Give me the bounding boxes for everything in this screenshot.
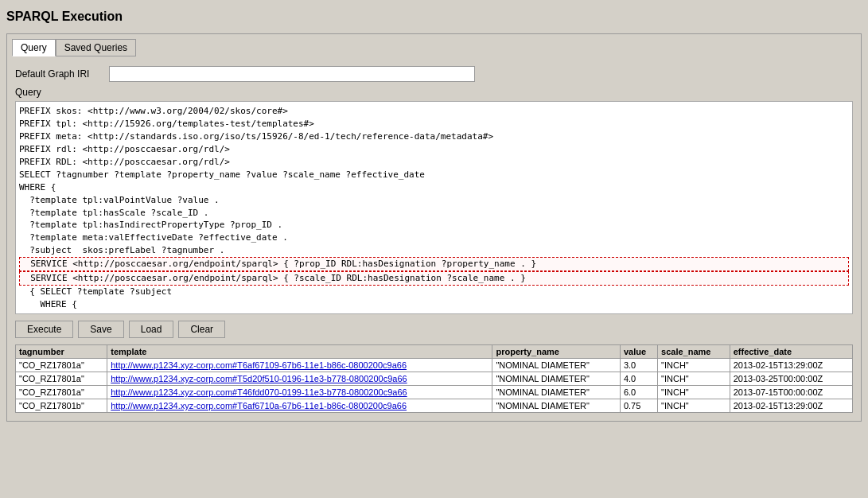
col-header-property-name: property_name: [492, 345, 620, 359]
query-line-1: PREFIX tpl: <http://15926.org/templates-…: [19, 118, 849, 130]
col-header-tagnumber: tagnumber: [16, 345, 107, 359]
query-line-11: ?subject skos:prefLabel ?tagnumber .: [19, 244, 849, 257]
execute-button[interactable]: Execute: [15, 321, 73, 338]
query-line-0: PREFIX skos: <http://www.w3.org/2004/02/…: [19, 105, 849, 118]
cell-tagnumber: "CO_RZ17801b": [16, 399, 107, 413]
query-textarea[interactable]: PREFIX skos: <http://www.w3.org/2004/02/…: [15, 101, 853, 314]
template-link[interactable]: http://www.p1234.xyz-corp.com#T6af6710a-…: [111, 401, 407, 410]
clear-button[interactable]: Clear: [178, 321, 225, 338]
table-row: "CO_RZ17801b"http://www.p1234.xyz-corp.c…: [16, 399, 853, 413]
tab-bar: Query Saved Queries: [12, 39, 856, 56]
template-link[interactable]: http://www.p1234.xyz-corp.com#T5d20f510-…: [111, 374, 407, 383]
cell-property-name: "NOMINAL DIAMETER": [492, 399, 620, 413]
query-line-8: ?template tpl:hasScale ?scale_ID .: [19, 207, 849, 220]
col-header-template: template: [107, 345, 492, 359]
col-header-effective-date: effective_date: [730, 345, 852, 359]
query-line-4: PREFIX RDL: <http://posccaesar.org/rdl/>: [19, 156, 849, 169]
query-line-16: ?template tpl:hasIndirectPropertyType <h…: [19, 311, 849, 314]
cell-property-name: "NOMINAL DIAMETER": [492, 359, 620, 372]
default-graph-input[interactable]: [109, 66, 475, 82]
cell-scale-name: "INCH": [658, 386, 730, 399]
load-button[interactable]: Load: [129, 321, 174, 338]
cell-template[interactable]: http://www.p1234.xyz-corp.com#T6af6710a-…: [107, 399, 492, 413]
query-line-7: ?template tpl:valPointValue ?value .: [19, 194, 849, 207]
query-line-5: SELECT ?tagnumber ?template ?property_na…: [19, 169, 849, 181]
save-button[interactable]: Save: [78, 321, 123, 338]
cell-tagnumber: "CO_RZ17801a": [16, 386, 107, 399]
table-row: "CO_RZ17801a"http://www.p1234.xyz-corp.c…: [16, 372, 853, 386]
cell-template[interactable]: http://www.p1234.xyz-corp.com#T5d20f510-…: [107, 372, 492, 386]
results-table: tagnumber template property_name value s…: [15, 344, 853, 413]
query-label: Query: [15, 87, 853, 98]
button-row: Execute Save Load Clear: [15, 321, 853, 338]
cell-value: 0.75: [620, 399, 657, 413]
cell-scale-name: "INCH": [658, 359, 730, 372]
cell-property-name: "NOMINAL DIAMETER": [492, 386, 620, 399]
cell-effective-date: 2013-02-15T13:29:00Z: [730, 359, 852, 372]
template-link[interactable]: http://www.p1234.xyz-corp.com#T6af67109-…: [111, 360, 407, 370]
cell-scale-name: "INCH": [658, 372, 730, 386]
cell-template[interactable]: http://www.p1234.xyz-corp.com#T46fdd070-…: [107, 386, 492, 399]
table-row: "CO_RZ17801a"http://www.p1234.xyz-corp.c…: [16, 386, 853, 399]
cell-property-name: "NOMINAL DIAMETER": [492, 372, 620, 386]
cell-tagnumber: "CO_RZ17801a": [16, 359, 107, 372]
query-line-15: WHERE {: [19, 298, 849, 311]
cell-value: 3.0: [620, 359, 657, 372]
page-title: SPARQL Execution: [6, 6, 862, 27]
cell-scale-name: "INCH": [658, 399, 730, 413]
col-header-value: value: [620, 345, 657, 359]
cell-template[interactable]: http://www.p1234.xyz-corp.com#T6af67109-…: [107, 359, 492, 372]
cell-tagnumber: "CO_RZ17801a": [16, 372, 107, 386]
query-line-14: { SELECT ?template ?subject: [19, 286, 849, 298]
template-link[interactable]: http://www.p1234.xyz-corp.com#T46fdd070-…: [111, 387, 407, 397]
query-line-13-highlighted: SERVICE <http://posccaesar.org/endpoint/…: [19, 271, 849, 286]
tab-query[interactable]: Query: [12, 39, 56, 56]
default-graph-label: Default Graph IRI: [15, 68, 103, 80]
query-line-10: ?template meta:valEffectiveDate ?effecti…: [19, 231, 849, 244]
results-container: tagnumber template property_name value s…: [15, 344, 853, 413]
query-line-12-highlighted: SERVICE <http://posccaesar.org/endpoint/…: [19, 257, 849, 271]
query-line-6: WHERE {: [19, 181, 849, 194]
query-line-9: ?template tpl:hasIndirectPropertyType ?p…: [19, 219, 849, 231]
cell-effective-date: 2013-03-25T00:00:00Z: [730, 372, 852, 386]
query-line-2: PREFIX meta: <http://standards.iso.org/i…: [19, 130, 849, 143]
table-row: "CO_RZ17801a"http://www.p1234.xyz-corp.c…: [16, 359, 853, 372]
cell-value: 4.0: [620, 372, 657, 386]
query-line-3: PREFIX rdl: <http://posccaesar.org/rdl/>: [19, 143, 849, 156]
cell-value: 6.0: [620, 386, 657, 399]
cell-effective-date: 2013-07-15T00:00:00Z: [730, 386, 852, 399]
cell-effective-date: 2013-02-15T13:29:00Z: [730, 399, 852, 413]
col-header-scale-name: scale_name: [658, 345, 730, 359]
tab-saved-queries[interactable]: Saved Queries: [56, 39, 136, 56]
